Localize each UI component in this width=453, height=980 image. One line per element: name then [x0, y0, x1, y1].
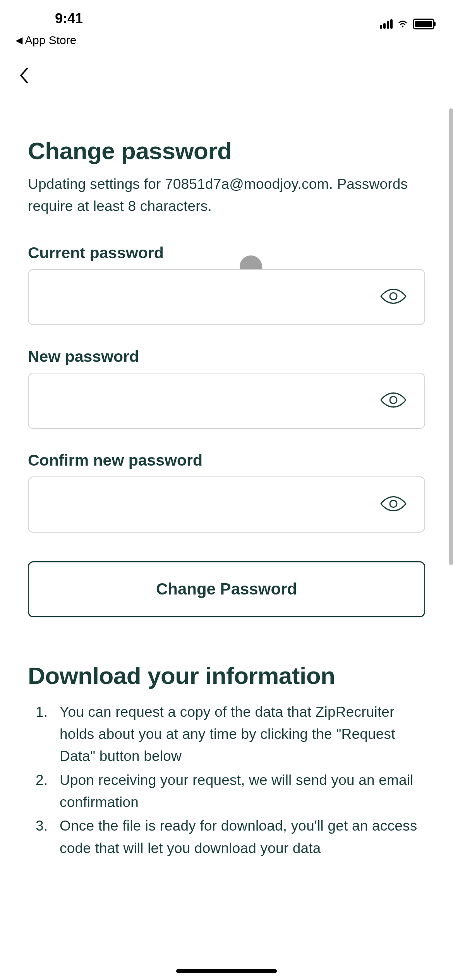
page-subtitle: Updating settings for 70851d7a@moodjoy.c…	[28, 173, 425, 218]
nav-header	[0, 47, 453, 102]
caret-left-icon: ◀	[15, 35, 22, 46]
eye-icon	[379, 392, 407, 409]
breadcrumb-back[interactable]: ◀ App Store	[0, 34, 453, 47]
list-item: Upon receiving your request, we will sen…	[28, 769, 425, 814]
current-password-label: Current password	[28, 244, 425, 262]
svg-point-0	[390, 293, 397, 300]
toggle-confirm-password-visibility[interactable]	[376, 492, 411, 517]
status-bar: 9:41	[0, 0, 453, 37]
new-password-input[interactable]	[28, 373, 425, 429]
eye-icon	[379, 288, 407, 305]
home-indicator[interactable]	[176, 969, 277, 973]
current-password-input[interactable]	[28, 269, 425, 325]
status-time: 9:41	[19, 10, 83, 27]
page-title: Change password	[28, 137, 425, 164]
toggle-current-password-visibility[interactable]	[376, 284, 411, 310]
download-info-list: You can request a copy of the data that …	[28, 701, 425, 859]
svg-point-1	[390, 397, 397, 404]
battery-icon	[413, 19, 434, 29]
back-button[interactable]	[19, 66, 29, 85]
confirm-password-label: Confirm new password	[28, 451, 425, 469]
new-password-label: New password	[28, 348, 425, 366]
wifi-icon	[396, 19, 409, 29]
svg-point-2	[390, 500, 397, 507]
signal-icon	[380, 19, 393, 29]
change-password-button[interactable]: Change Password	[28, 561, 425, 617]
list-item: You can request a copy of the data that …	[28, 701, 425, 768]
download-section-title: Download your information	[28, 662, 425, 689]
breadcrumb-label: App Store	[25, 34, 76, 47]
toggle-new-password-visibility[interactable]	[376, 388, 411, 414]
list-item: Once the file is ready for download, you…	[28, 815, 425, 859]
eye-icon	[379, 495, 407, 512]
confirm-password-input[interactable]	[28, 476, 425, 533]
